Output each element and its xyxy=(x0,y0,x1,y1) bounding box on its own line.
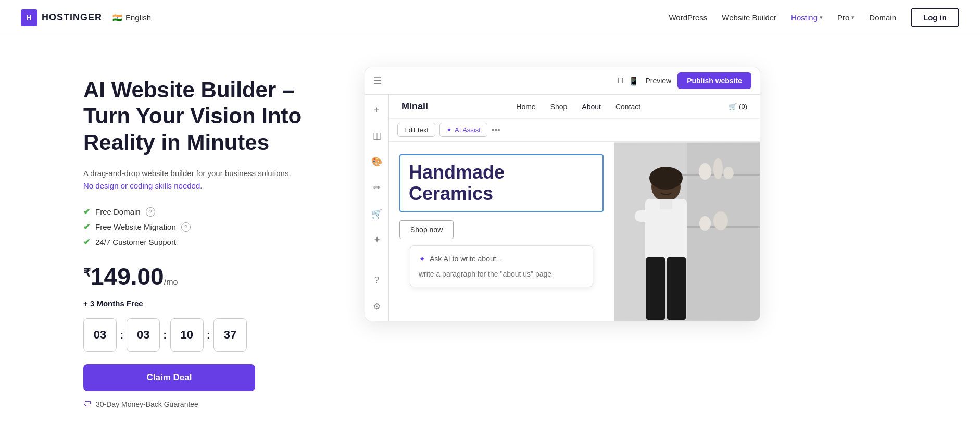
canvas-nav-contact[interactable]: Contact xyxy=(615,103,640,111)
svg-point-17 xyxy=(668,183,672,187)
canvas-nav-links: Home Shop About Contact xyxy=(516,103,640,111)
builder-body: ＋ ◫ 🎨 ✏ 🛒 ✦ ? ⚙ Minali Home xyxy=(365,95,760,321)
hero-desc-link[interactable]: No design or coding skills needed. xyxy=(83,181,202,190)
builder-frame: ☰ 🖥 📱 Preview Publish website ＋ ◫ � xyxy=(365,67,760,321)
svg-point-7 xyxy=(699,216,711,231)
canvas-image-section xyxy=(614,142,760,321)
svg-rect-14 xyxy=(646,257,665,320)
feature-label-2: Free Website Migration xyxy=(95,222,176,231)
svg-point-10 xyxy=(649,167,683,190)
hero-description: A drag-and-drop website builder for your… xyxy=(83,167,333,192)
toolbar-right: 🖥 📱 Preview Publish website xyxy=(616,72,751,89)
svg-rect-13 xyxy=(660,199,672,209)
timer-sep-3: : xyxy=(207,328,210,342)
toolbar-left: ☰ xyxy=(373,75,382,86)
shield-icon: 🛡 xyxy=(83,399,92,409)
sidebar-help-icon[interactable]: ? xyxy=(369,272,385,289)
price-section: ₹149.00/mo xyxy=(83,262,333,291)
builder-sidebar: ＋ ◫ 🎨 ✏ 🛒 ✦ ? ⚙ xyxy=(365,95,389,321)
publish-button[interactable]: Publish website xyxy=(677,72,751,89)
sidebar-design-icon[interactable]: 🎨 xyxy=(369,153,385,170)
nav-link-website-builder[interactable]: Website Builder xyxy=(722,13,776,22)
ai-panel-header: ✦ Ask AI to write about... xyxy=(419,254,584,264)
sidebar-settings-icon[interactable]: ⚙ xyxy=(369,298,385,315)
sidebar-edit-icon[interactable]: ✏ xyxy=(369,179,385,196)
sparkle-icon: ✦ xyxy=(446,126,452,134)
canvas-content: Handmade Ceramics Shop now ✦ Ask AI to w… xyxy=(389,142,760,321)
nav-link-domain[interactable]: Domain xyxy=(869,13,896,22)
price-currency: ₹ xyxy=(83,266,91,279)
edit-text-button[interactable]: Edit text xyxy=(397,123,435,137)
nav-link-wordpress[interactable]: WordPress xyxy=(669,13,707,22)
builder-canvas: Minali Home Shop About Contact 🛒 (0) Edi… xyxy=(389,95,760,321)
hero-left: AI Website Builder – Turn Your Vision In… xyxy=(83,67,333,409)
canvas-nav-shop[interactable]: Shop xyxy=(550,103,568,111)
canvas-brand: Minali xyxy=(401,101,428,112)
logo-icon: H xyxy=(21,9,37,26)
sidebar-ecommerce-icon[interactable]: 🛒 xyxy=(369,205,385,222)
flag-icon: 🇮🇳 xyxy=(112,13,122,22)
desktop-icon[interactable]: 🖥 xyxy=(616,76,624,86)
ai-sparkle-icon: ✦ xyxy=(419,254,425,264)
canvas-edit-toolbar: Edit text ✦ AI Assist ••• xyxy=(389,119,760,142)
countdown-timer: 03 : 03 : 10 : 37 xyxy=(83,318,333,352)
sidebar-transform-icon[interactable]: ✦ xyxy=(369,231,385,248)
claim-deal-button[interactable]: Claim Deal xyxy=(83,364,255,391)
timer-hours: 03 xyxy=(83,318,117,352)
timer-sep-1: : xyxy=(120,328,123,342)
hamburger-icon[interactable]: ☰ xyxy=(373,75,382,86)
timer-seconds: 10 xyxy=(170,318,204,352)
logo[interactable]: H HOSTINGER xyxy=(21,9,102,26)
pro-chevron-icon: ▾ xyxy=(851,14,855,21)
canvas-nav-about[interactable]: About xyxy=(582,103,601,111)
svg-rect-12 xyxy=(635,210,682,222)
ai-panel: ✦ Ask AI to write about... xyxy=(410,245,593,287)
help-icon-1[interactable]: ? xyxy=(146,207,155,217)
more-options-button[interactable]: ••• xyxy=(492,126,500,135)
feature-support: ✔ 24/7 Customer Support xyxy=(83,237,333,247)
feature-label-1: Free Domain xyxy=(95,207,141,216)
navbar-right: WordPress Website Builder Hosting ▾ Pro … xyxy=(669,8,959,27)
canvas-nav-home[interactable]: Home xyxy=(516,103,535,111)
canvas-heading-box[interactable]: Handmade Ceramics xyxy=(399,154,604,212)
device-icons: 🖥 📱 xyxy=(616,76,639,86)
sidebar-layers-icon[interactable]: ◫ xyxy=(369,127,385,144)
canvas-heading: Handmade Ceramics xyxy=(409,161,594,205)
nav-link-hosting[interactable]: Hosting ▾ xyxy=(791,13,823,22)
ai-panel-input[interactable] xyxy=(419,270,584,278)
price-display: ₹149.00/mo xyxy=(83,263,178,290)
canvas-text-section: Handmade Ceramics Shop now ✦ Ask AI to w… xyxy=(389,142,614,321)
hero-right: ☰ 🖥 📱 Preview Publish website ＋ ◫ � xyxy=(365,67,959,321)
svg-point-5 xyxy=(713,158,723,179)
features-list: ✔ Free Domain ? ✔ Free Website Migration… xyxy=(83,207,333,247)
svg-rect-1 xyxy=(687,143,760,320)
language-selector[interactable]: 🇮🇳 English xyxy=(112,13,151,22)
nav-link-pro[interactable]: Pro ▾ xyxy=(837,13,855,22)
canvas-cart[interactable]: 🛒 (0) xyxy=(728,103,747,110)
feature-free-domain: ✔ Free Domain ? xyxy=(83,207,333,217)
hero-section: AI Website Builder – Turn Your Vision In… xyxy=(0,35,980,438)
canvas-nav: Minali Home Shop About Contact 🛒 (0) xyxy=(389,95,760,119)
svg-point-6 xyxy=(723,167,734,179)
svg-point-8 xyxy=(713,211,728,230)
hero-title: AI Website Builder – Turn Your Vision In… xyxy=(83,77,333,156)
svg-rect-15 xyxy=(667,257,686,320)
timer-ms: 37 xyxy=(213,318,247,352)
ai-panel-title: Ask AI to write about... xyxy=(430,255,502,263)
canvas-shop-button[interactable]: Shop now xyxy=(399,220,454,239)
check-icon-1: ✔ xyxy=(83,207,90,217)
login-button[interactable]: Log in xyxy=(911,8,959,27)
check-icon-3: ✔ xyxy=(83,237,90,247)
help-icon-2[interactable]: ? xyxy=(181,222,191,232)
check-icon-2: ✔ xyxy=(83,222,90,232)
navbar: H HOSTINGER 🇮🇳 English WordPress Website… xyxy=(0,0,980,35)
feature-label-3: 24/7 Customer Support xyxy=(95,237,176,246)
timer-minutes: 03 xyxy=(127,318,160,352)
canvas-hero-image xyxy=(614,142,760,321)
sidebar-add-icon[interactable]: ＋ xyxy=(369,101,385,118)
price-offer: + 3 Months Free xyxy=(83,299,333,308)
preview-button[interactable]: Preview xyxy=(645,77,671,85)
ai-assist-button[interactable]: ✦ AI Assist xyxy=(439,123,487,137)
mobile-icon[interactable]: 📱 xyxy=(629,76,639,86)
feature-migration: ✔ Free Website Migration ? xyxy=(83,222,333,232)
